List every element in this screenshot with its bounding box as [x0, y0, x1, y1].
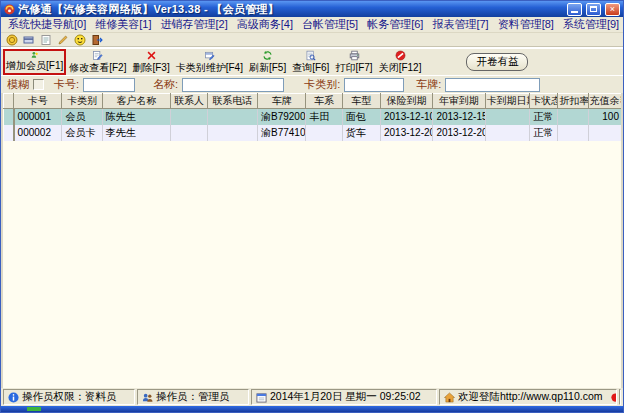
operator-icon [142, 392, 153, 403]
cell-card-no: 000002 [14, 125, 62, 141]
toolbar-button-label: 卡类别维护[F4] [176, 61, 243, 75]
name-label: 名称: [153, 77, 178, 92]
col-card-no[interactable]: 卡号 [14, 94, 62, 109]
toolbar-button-label: 刷新[F5] [249, 61, 286, 75]
home-icon [444, 392, 455, 403]
cell-car-model: 面包 [342, 109, 380, 125]
row-indicator [4, 125, 14, 141]
table-row[interactable]: 000001 会员 陈先生 渝B79200 丰田 面包 2013-12-10 2… [4, 109, 623, 125]
col-plate[interactable]: 车牌 [258, 94, 306, 109]
col-insurance-due[interactable]: 保险到期 [380, 94, 432, 109]
smiley-icon[interactable] [74, 34, 86, 46]
card-type-label: 卡类别: [304, 77, 340, 92]
table-row[interactable]: 000002 会员卡 李先生 渝B77410 货车 2013-12-20 201… [4, 125, 623, 141]
col-car-model[interactable]: 车型 [342, 94, 380, 109]
calendar-icon [256, 392, 267, 403]
col-card-status[interactable]: 卡状态 [530, 94, 558, 109]
menu-item-reports[interactable]: 报表管理[7] [428, 17, 492, 32]
cell-balance [588, 125, 622, 141]
cell-phone [207, 125, 257, 141]
menu-item-ledger[interactable]: 台帐管理[5] [298, 17, 362, 32]
edit-view-button[interactable]: 修改查看[F2] [66, 50, 129, 75]
menu-item-advanced-business[interactable]: 高级商务[4] [233, 17, 297, 32]
cell-discount [558, 125, 588, 141]
menu-item-quick-nav[interactable]: 系统快捷导航[0] [4, 17, 90, 32]
cell-plate: 渝B79200 [258, 109, 306, 125]
money-icon[interactable] [6, 34, 18, 46]
cell-balance: 100 [588, 109, 622, 125]
fuzzy-label: 模糊 [7, 77, 29, 92]
cell-card-status: 正常 [530, 125, 558, 141]
col-customer-name[interactable]: 客户名称 [102, 94, 171, 109]
col-inspection-due[interactable]: 年审到期 [433, 94, 485, 109]
menubar: 系统快捷导航[0] 维修美容[1] 进销存管理[2] 高级商务[4] 台帐管理[… [1, 17, 623, 33]
col-phone[interactable]: 联系电话 [207, 94, 257, 109]
toolbar-button-label: 增加会员[F1] [6, 59, 63, 73]
welcome-text[interactable]: 欢迎登陆http://www.qp110.com [458, 390, 603, 404]
window-title: 汽修通【汽修美容网络版】Ver13.38 - 【会员管理】 [18, 2, 563, 17]
toolbar-button-label: 修改查看[F2] [69, 61, 126, 75]
restore-button[interactable] [586, 3, 601, 16]
table-header-row: 卡号 卡类别 客户名称 联系人 联系电话 车牌 车系 车型 保险到期 年审到期 … [4, 94, 623, 109]
cell-inspection-due: 2013-12-20 [433, 125, 485, 141]
cell-card-type: 会员 [62, 109, 102, 125]
window-bottom-border [1, 406, 623, 412]
cell-car-model: 货车 [342, 125, 380, 141]
cell-car-series [306, 125, 342, 141]
statusbar-permission: 操作员权限：资料员 [3, 389, 135, 405]
main-toolbar: 增加会员[F1] 修改查看[F2] 删除[F3] 卡类别维护[F4] [1, 48, 623, 75]
close-button[interactable]: × [605, 3, 620, 16]
cell-card-expiry [485, 109, 529, 125]
add-member-button[interactable]: 增加会员[F1] [3, 49, 66, 75]
statusbar: 操作员权限：资料员 操作员：管理员 2014年1月20日 星期一 09:25:0… [1, 388, 623, 406]
note-icon[interactable] [40, 34, 52, 46]
edit-view-icon [91, 50, 104, 61]
cell-contact [171, 109, 207, 125]
menu-item-accounting[interactable]: 帐务管理[6] [363, 17, 427, 32]
cell-card-no: 000001 [14, 109, 62, 125]
fuzzy-checkbox[interactable] [33, 79, 44, 90]
query-button[interactable]: 查询[F6] [289, 50, 332, 75]
col-discount[interactable]: 折扣率% [558, 94, 588, 109]
cell-customer-name: 陈先生 [102, 109, 171, 125]
col-balance[interactable]: 充值余额 [588, 94, 622, 109]
close-icon: × [610, 5, 615, 14]
cell-inspection-due: 2013-12-15 [433, 109, 485, 125]
col-car-series[interactable]: 车系 [306, 94, 342, 109]
plate-input[interactable] [445, 78, 540, 92]
write-icon[interactable] [57, 34, 69, 46]
col-card-expiry[interactable]: 卡到期日期 [485, 94, 529, 109]
titlebar: 汽修通【汽修美容网络版】Ver13.38 - 【会员管理】 × [1, 1, 623, 17]
plate-label: 车牌: [416, 77, 441, 92]
close-module-button[interactable]: 关闭[F12] [376, 50, 425, 75]
menu-item-system[interactable]: 系统管理[9] [559, 17, 623, 32]
menu-item-data-management[interactable]: 资料管理[8] [494, 17, 558, 32]
statusbar-datetime: 2014年1月20日 星期一 09:25:02 [251, 389, 437, 405]
menu-item-inventory[interactable]: 进销存管理[2] [156, 17, 231, 32]
delete-button[interactable]: 删除[F3] [129, 50, 172, 75]
cell-insurance-due: 2013-12-20 [380, 125, 432, 141]
statusbar-filler [619, 389, 621, 405]
app-window: 汽修通【汽修美容网络版】Ver13.38 - 【会员管理】 × 系统快捷导航[0… [0, 0, 624, 413]
cell-plate: 渝B77410 [258, 125, 306, 141]
col-card-type[interactable]: 卡类别 [62, 94, 102, 109]
print-icon [348, 50, 361, 61]
name-input[interactable] [182, 78, 284, 92]
exit-icon[interactable] [91, 34, 103, 46]
print-button[interactable]: 打印[F7] [332, 50, 375, 75]
card-icon[interactable] [23, 34, 35, 46]
reading-benefit-button[interactable]: 开卷有益 [466, 53, 528, 71]
col-contact[interactable]: 联系人 [171, 94, 207, 109]
card-maintain-button[interactable]: 卡类别维护[F4] [173, 50, 246, 75]
minimize-button[interactable] [567, 3, 582, 16]
cell-insurance-due: 2013-12-10 [380, 109, 432, 125]
card-maintain-icon [203, 50, 216, 61]
menu-item-repair-beauty[interactable]: 维修美容[1] [91, 17, 155, 32]
card-no-input[interactable] [83, 78, 135, 92]
refresh-button[interactable]: 刷新[F5] [246, 50, 289, 75]
query-icon [304, 50, 317, 61]
close-window-icon [394, 50, 407, 61]
cell-card-type: 会员卡 [62, 125, 102, 141]
toolbar-button-label: 打印[F7] [335, 61, 372, 75]
card-type-input[interactable] [344, 78, 404, 92]
